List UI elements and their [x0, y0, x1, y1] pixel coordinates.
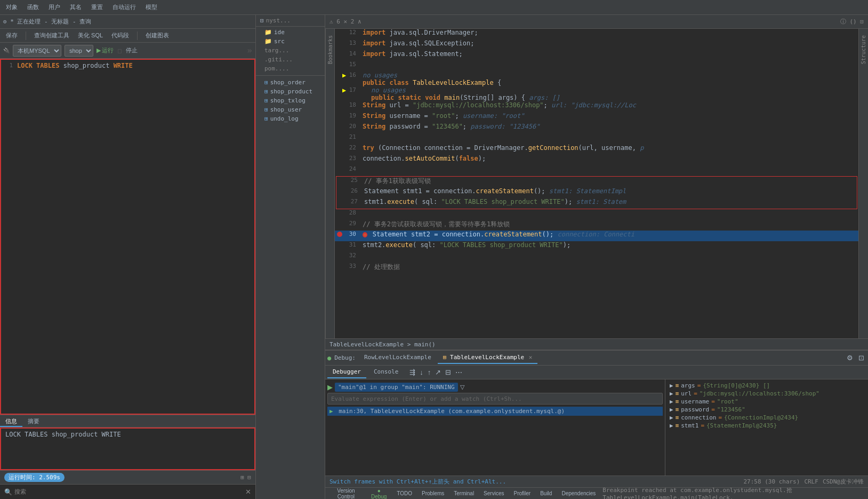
- breakpoint-status: Breakpoint reached at com.example.onlyst…: [602, 487, 865, 499]
- tree-shop-product[interactable]: ⊞ shop_product: [256, 87, 325, 96]
- var-icon-args: ≡: [676, 382, 679, 389]
- sub-tab-console[interactable]: Console: [368, 366, 404, 378]
- code-lines: 12 import java.sql.DriverManager; 13 imp…: [335, 29, 858, 273]
- step-into-button[interactable]: ↓: [418, 367, 425, 377]
- expand-username-icon[interactable]: ▶: [670, 398, 673, 405]
- stop-button[interactable]: 停止: [126, 46, 138, 54]
- right-side: ⊡ nyst... 📁 ide 📁 src targ... .giti...: [256, 15, 868, 499]
- expand-url-icon[interactable]: ▶: [670, 390, 673, 397]
- search-label: 搜索: [14, 488, 26, 496]
- code-area-container: Bookmarks 12 import java.sql.DriverManag…: [325, 29, 868, 338]
- frames-button[interactable]: ⊟: [444, 367, 453, 377]
- breakpoint-dot-30: [337, 232, 342, 237]
- debug-tab-bottom[interactable]: ● Debug: [368, 487, 390, 499]
- code-line-20: 20 String password = "123456"; password:…: [335, 123, 858, 133]
- toolbar-label-name[interactable]: 其名: [67, 2, 84, 12]
- toolbar-label-user[interactable]: 用户: [46, 2, 63, 12]
- dependencies-tab[interactable]: Dependencies: [559, 489, 598, 497]
- settings-button[interactable]: ⚙: [845, 353, 855, 363]
- expand-connection-icon[interactable]: ▶: [670, 414, 673, 421]
- filter-button[interactable]: ▽: [460, 384, 464, 391]
- code-line-18: 18 String url = "jdbc:mysql://localhost:…: [335, 101, 858, 112]
- terminal-tab[interactable]: Terminal: [451, 489, 477, 497]
- expand-password-icon[interactable]: ▶: [670, 406, 673, 413]
- tree-undo-log[interactable]: ⊞ undo_log: [256, 114, 325, 123]
- code-line-30: 30 ⊙ Statement stmt2 = connection.create…: [335, 231, 858, 241]
- expand-args-icon[interactable]: ▶: [670, 382, 673, 389]
- schema-select[interactable]: shop: [65, 45, 93, 57]
- beautify-button[interactable]: 美化 SQL: [75, 30, 106, 41]
- tree-item-src[interactable]: 📁 src: [256, 37, 325, 46]
- folder-icon-ide: 📁: [264, 29, 272, 36]
- code-line-12: 12 import java.sql.DriverManager;: [335, 29, 858, 39]
- step-over-button[interactable]: ⇶: [408, 367, 417, 377]
- layout-button[interactable]: ⊡: [857, 353, 866, 363]
- sql-editor[interactable]: 1 LOCK TABLES shop_product WRITE: [0, 59, 255, 415]
- bookmarks-strip: Bookmarks: [325, 29, 335, 338]
- more-button[interactable]: ⋯: [454, 367, 464, 377]
- table-lock-icon: ⊞: [443, 354, 447, 361]
- code-line-14: 14 import java.sql.Statement;: [335, 50, 858, 61]
- line-num-1: 1: [1, 62, 17, 69]
- tab-summary[interactable]: 摘要: [22, 415, 45, 427]
- save-button[interactable]: 保存: [3, 30, 20, 41]
- services-tab[interactable]: Services: [481, 489, 507, 497]
- search-close-button[interactable]: ✕: [245, 488, 251, 496]
- status-bar: Switch frames with Ctrl+Alt+↑上箭头 and Ctr…: [325, 476, 868, 487]
- tab-table-level-lock[interactable]: ⊞ TableLevelLockExample ✕: [438, 352, 538, 364]
- var-password: ▶ ≡ password = "123456": [668, 406, 866, 414]
- highlight-box: 25 // 事务1获取表级写锁 26: [336, 176, 857, 209]
- tree-shop-user[interactable]: ⊞ shop_user: [256, 105, 325, 114]
- code-snippet-button[interactable]: 代码段: [109, 30, 132, 41]
- tab-row-level-lock[interactable]: RowLevelLockExample: [359, 352, 437, 364]
- bookmarks-label: Bookmarks: [327, 35, 333, 64]
- expand-stmt1-icon[interactable]: ▶: [670, 422, 673, 429]
- create-chart-button[interactable]: 创建图表: [143, 30, 172, 41]
- tree-item-pom[interactable]: pom....: [256, 64, 325, 73]
- todo-tab[interactable]: TODO: [394, 489, 415, 497]
- tree-shop-order[interactable]: ⊞ shop_order: [256, 78, 325, 87]
- step-run-button[interactable]: ↗: [433, 367, 443, 377]
- db-select[interactable]: 本机MYSQL: [13, 45, 61, 57]
- code-area: 12 import java.sql.DriverManager; 13 imp…: [335, 29, 858, 338]
- tab-info[interactable]: 信息: [0, 415, 22, 427]
- code-line-21: 21: [335, 133, 858, 144]
- debug-frame-0[interactable]: ▶ main:30, TableLevelLockExample (com.ex…: [327, 407, 663, 416]
- sql-line-1-content: LOCK TABLES shop_product WRITE: [17, 62, 133, 69]
- tree-item-target[interactable]: targ...: [256, 46, 325, 55]
- close-tab-icon[interactable]: ✕: [529, 354, 533, 361]
- watch-expression-input[interactable]: Evaluate expression (Enter) or add a wat…: [327, 393, 663, 405]
- breadcrumb-bar: TableLevelLockExample > main(): [325, 338, 868, 350]
- sub-tab-debugger[interactable]: Debugger: [327, 366, 366, 378]
- sql-connection-bar: 🔌 本机MYSQL shop ▶ 运行 □ 停止 »: [0, 43, 255, 59]
- profiler-tab[interactable]: Profiler: [511, 489, 533, 497]
- problems-tab[interactable]: Problems: [419, 489, 447, 497]
- table-icon-undo-log: ⊞: [264, 115, 268, 122]
- top-toolbar: 对象 函数 用户 其名 重置 自动运行 模型: [0, 0, 868, 15]
- var-username: ▶ ≡ username = "root": [668, 398, 866, 406]
- toolbar-label-function[interactable]: 函数: [25, 2, 42, 12]
- tree-shop-txlog[interactable]: ⊞ shop_txlog: [256, 96, 325, 105]
- thread-status: "main"@1 in group "main": RUNNING: [335, 383, 458, 392]
- debug-toolbar-icons: ⚙ ⊡: [845, 353, 866, 363]
- query-builder-button[interactable]: 查询创建工具: [31, 30, 72, 41]
- resume-button[interactable]: ▶: [327, 383, 333, 391]
- structure-label: Structure: [861, 35, 866, 64]
- divider-1: [26, 31, 26, 40]
- code-line-19: 19 String username = "root"; username: "…: [335, 112, 858, 123]
- tree-item-ide[interactable]: 📁 ide: [256, 28, 325, 37]
- toolbar-label-model[interactable]: 模型: [143, 2, 160, 12]
- tree-item-gitignore[interactable]: .giti...: [256, 55, 325, 64]
- run-button[interactable]: ▶ 运行: [97, 46, 114, 54]
- run-arrow-16: ▶: [342, 72, 346, 79]
- toolbar-label-object[interactable]: 对象: [3, 2, 20, 12]
- step-out-button[interactable]: ↑: [426, 367, 433, 377]
- version-control-tab[interactable]: Version Control: [328, 487, 364, 499]
- runtime-badge: 运行时间: 2.509s: [4, 473, 65, 482]
- bottom-right-controls: Breakpoint reached at com.example.onlyst…: [602, 487, 865, 499]
- toolbar-label-reset[interactable]: 重置: [89, 2, 106, 12]
- folder-icon-src: 📁: [264, 38, 272, 45]
- build-tab[interactable]: Build: [537, 489, 554, 497]
- var-stmt1: ▶ ≡ stmt1 = {StatementImpl@2435}: [668, 422, 866, 430]
- toolbar-label-autorun[interactable]: 自动运行: [110, 2, 139, 12]
